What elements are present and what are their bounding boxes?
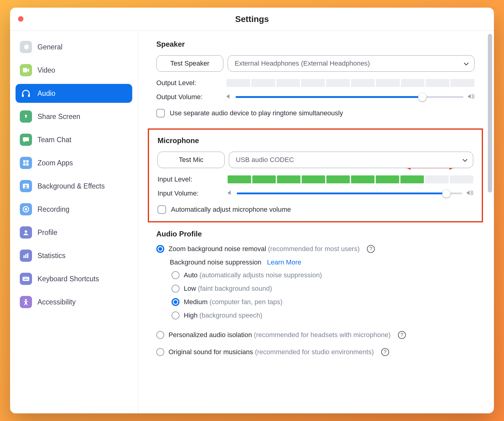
window-title: Settings [235, 14, 269, 24]
svg-rect-16 [23, 278, 24, 278]
titlebar: Settings [10, 8, 494, 31]
personalized-isolation-label: Personalized audio isolation (recommende… [169, 331, 391, 339]
suppression-auto-label: Auto (automatically adjusts noise suppre… [184, 271, 322, 279]
speaker-high-icon [468, 93, 474, 101]
test-speaker-button[interactable]: Test Speaker [156, 55, 223, 72]
audio-profile-heading: Audio Profile [156, 230, 474, 238]
help-icon[interactable]: ? [381, 348, 389, 356]
chevron-down-icon [464, 59, 469, 67]
suppression-low-radio[interactable] [172, 285, 179, 293]
auto-adjust-mic-label: Automatically adjust microphone volume [171, 206, 291, 214]
sidebar-item-label: Video [37, 66, 55, 74]
content: General Video Audio Share [10, 31, 494, 413]
test-mic-button[interactable]: Test Mic [158, 152, 225, 168]
speaker-device-dropdown[interactable]: External Headphones (External Headphones… [228, 55, 474, 72]
apps-icon [20, 157, 32, 169]
mic-device-dropdown[interactable]: USB audio CODEC [229, 152, 473, 168]
noise-suppression-subtitle: Background noise suppression Learn More [170, 258, 474, 266]
mic-device-value: USB audio CODEC [236, 156, 294, 164]
personalized-isolation-radio[interactable] [156, 331, 164, 339]
svg-rect-2 [28, 94, 30, 97]
input-volume-label: Input Volume: [158, 189, 228, 197]
suppression-high-radio[interactable] [172, 311, 179, 319]
suppression-high-label: High (background speech) [184, 311, 262, 319]
speaker-low-icon [226, 93, 231, 101]
sidebar-item-statistics[interactable]: Statistics [16, 246, 132, 265]
chevron-down-icon [463, 156, 467, 164]
sidebar: General Video Audio Share [10, 31, 138, 413]
svg-rect-0 [23, 68, 27, 73]
accessibility-icon [20, 296, 32, 308]
speaker-high-icon [467, 189, 473, 197]
output-level-label: Output Level: [156, 79, 226, 87]
main-panel: Speaker Test Speaker External Headphones… [138, 31, 494, 413]
suppression-medium-label: Medium (computer fan, pen taps) [184, 298, 282, 306]
svg-point-8 [25, 185, 27, 187]
svg-rect-4 [26, 160, 29, 163]
sidebar-item-label: Accessibility [37, 298, 76, 306]
svg-rect-14 [27, 253, 28, 258]
sidebar-item-label: Keyboard Shortcuts [37, 275, 99, 283]
input-level-label: Input Level: [158, 175, 228, 183]
statistics-icon [20, 250, 32, 262]
svg-rect-12 [23, 255, 25, 258]
sidebar-item-label: Audio [37, 89, 55, 98]
sidebar-item-recording[interactable]: Recording [16, 200, 132, 219]
separate-ringtone-checkbox[interactable] [156, 109, 165, 117]
output-volume-label: Output Volume: [156, 93, 226, 101]
help-icon[interactable]: ? [367, 245, 375, 253]
svg-rect-13 [25, 254, 27, 258]
speaker-device-value: External Headphones (External Headphones… [235, 59, 370, 67]
share-screen-icon [20, 110, 32, 123]
input-volume-slider[interactable] [237, 189, 462, 198]
sidebar-item-label: Background & Effects [37, 182, 105, 190]
sidebar-item-share-screen[interactable]: Share Screen [16, 107, 132, 126]
sidebar-item-team-chat[interactable]: Team Chat [16, 130, 132, 149]
noise-removal-label: Zoom background noise removal (recommend… [169, 245, 360, 253]
output-level-meter [226, 79, 474, 87]
sidebar-item-label: Team Chat [37, 136, 71, 144]
sidebar-item-label: Share Screen [37, 113, 80, 121]
svg-rect-17 [25, 278, 25, 278]
close-icon[interactable] [18, 16, 23, 22]
sidebar-item-general[interactable]: General [16, 38, 132, 56]
svg-rect-19 [27, 278, 28, 278]
suppression-low-label: Low (faint background sound) [184, 285, 272, 293]
original-sound-label: Original sound for musicians (recommende… [169, 348, 374, 356]
sidebar-item-profile[interactable]: Profile [16, 223, 132, 242]
separate-ringtone-label: Use separate audio device to play ringto… [170, 109, 343, 117]
scrollbar[interactable] [488, 34, 492, 410]
auto-adjust-mic-checkbox[interactable] [158, 205, 166, 214]
svg-point-11 [25, 230, 27, 233]
suppression-auto-radio[interactable] [172, 271, 179, 279]
scrollbar-thumb[interactable] [488, 34, 492, 193]
scroll-area[interactable]: Speaker Test Speaker External Headphones… [138, 31, 487, 413]
svg-point-21 [25, 299, 27, 301]
microphone-heading: Microphone [158, 136, 473, 145]
video-icon [20, 64, 32, 76]
sidebar-item-label: Zoom Apps [37, 159, 73, 167]
suppression-medium-radio[interactable] [172, 298, 179, 306]
svg-rect-5 [23, 163, 26, 166]
microphone-highlight: Microphone Test Mic USB audio CODEC Inpu… [148, 128, 483, 222]
record-icon [20, 203, 32, 215]
sidebar-item-label: Recording [37, 205, 69, 214]
help-icon[interactable]: ? [398, 331, 406, 339]
profile-icon [20, 226, 32, 239]
sidebar-item-audio[interactable]: Audio [16, 84, 132, 103]
speaker-heading: Speaker [156, 40, 474, 49]
sidebar-item-zoom-apps[interactable]: Zoom Apps [16, 153, 132, 172]
sidebar-item-keyboard-shortcuts[interactable]: Keyboard Shortcuts [16, 269, 132, 288]
svg-rect-15 [23, 277, 29, 281]
window-controls [18, 16, 23, 22]
input-level-meter [228, 175, 473, 183]
sidebar-item-background-effects[interactable]: Background & Effects [16, 177, 132, 196]
noise-removal-radio[interactable] [156, 245, 164, 253]
original-sound-radio[interactable] [156, 348, 164, 356]
learn-more-link[interactable]: Learn More [267, 258, 301, 266]
svg-rect-6 [26, 163, 29, 166]
sidebar-item-accessibility[interactable]: Accessibility [16, 293, 132, 311]
keyboard-icon [20, 273, 32, 285]
sidebar-item-video[interactable]: Video [16, 61, 132, 80]
output-volume-slider[interactable] [236, 92, 463, 102]
